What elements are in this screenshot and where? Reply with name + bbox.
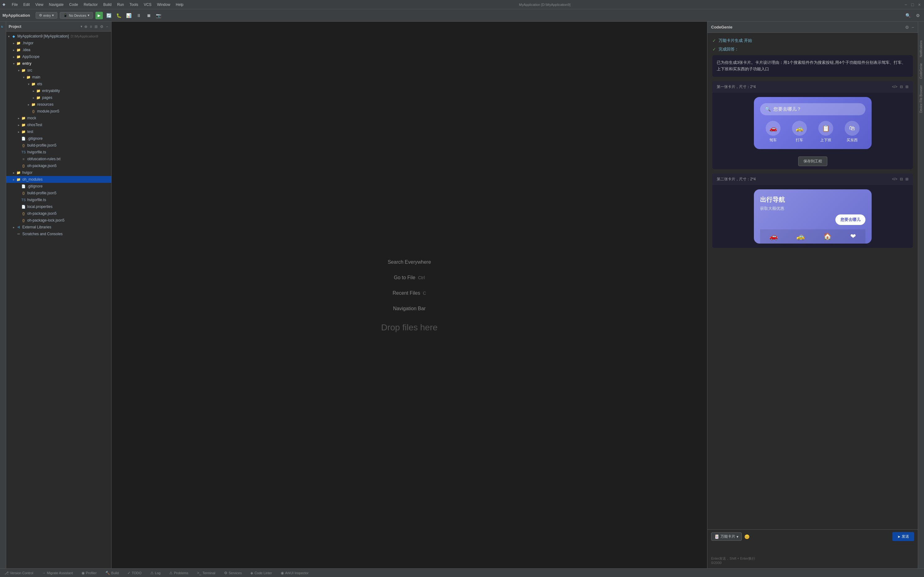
notifications-strip[interactable]: Notifications	[919, 40, 923, 57]
editor-area: Search Everywhere Go to File Ctrl Recent…	[111, 22, 707, 568]
tree-item-hvigorfilets2[interactable]: TShvigorfile.ts	[6, 197, 111, 203]
card-1-expand-icon[interactable]: ⊞	[905, 85, 908, 89]
go-to-file-item[interactable]: Go to File Ctrl	[388, 273, 431, 282]
mode-selector[interactable]: 🃏 万能卡片 ▾	[711, 532, 742, 541]
card-2-code-icon[interactable]: </>	[892, 177, 897, 181]
menu-navigate[interactable]: Navigate	[47, 2, 66, 7]
codegenie-minimize-icon[interactable]: −	[912, 25, 914, 30]
navigation-bar-item[interactable]: Navigation Bar	[387, 304, 432, 313]
tree-item-gitignore2[interactable]: 📄.gitignore	[6, 183, 111, 190]
settings-icon[interactable]: ⚙	[100, 24, 104, 29]
tree-item-hvigor2[interactable]: ▸📁hvigor	[6, 169, 111, 176]
menu-run[interactable]: Run	[115, 2, 126, 7]
tree-item-hvigor[interactable]: ▸📁.hvigor	[6, 40, 111, 47]
tree-item-ets[interactable]: ▾📁ets	[6, 81, 111, 87]
tree-item-ohpackage1[interactable]: {}oh-package.json5	[6, 163, 111, 169]
debug-btn[interactable]: 🐛	[115, 12, 123, 19]
tree-item-pages[interactable]: ▸📁pages	[6, 94, 111, 101]
config-selector[interactable]: ⚙ entry ▾	[35, 12, 57, 19]
status-item-services[interactable]: ⚙Services	[222, 570, 243, 576]
status-item-build[interactable]: 🔨Build	[103, 570, 121, 576]
status-icon: ◉	[82, 571, 85, 575]
status-item-problems[interactable]: ⚠Problems	[167, 570, 190, 576]
tree-item-gitignore1[interactable]: 📄.gitignore	[6, 135, 111, 142]
collapse-icon[interactable]: ≡	[89, 24, 93, 29]
tree-item-hvigorfilets1[interactable]: TShvigorfile.ts	[6, 149, 111, 156]
tree-item-extlibs[interactable]: ▸⫷External Libraries	[6, 224, 111, 230]
tree-item-localproperties[interactable]: 📄local.properties	[6, 203, 111, 210]
menu-window[interactable]: Window	[155, 2, 173, 7]
tree-item-obfuscation[interactable]: ≡obfuscation-rules.txt	[6, 156, 111, 163]
project-strip-icon[interactable]: P	[1, 24, 6, 29]
tree-item-modulejson[interactable]: {}module.json5	[6, 108, 111, 114]
expand-icon[interactable]: ⊞	[94, 24, 98, 29]
menu-edit[interactable]: Edit	[21, 2, 32, 7]
close-btn[interactable]: ×	[917, 2, 922, 7]
status-item-arkui-inspector[interactable]: ◉ArkUI Inspector	[279, 570, 311, 576]
tree-item-ohostest[interactable]: ▸📁ohosTest	[6, 121, 111, 128]
locate-icon[interactable]: ⊕	[84, 24, 88, 29]
tree-item-root[interactable]: ▾◆MyApplication9 [MyApplication]D:\MyApp…	[6, 33, 111, 40]
run-button[interactable]: ▶	[95, 12, 103, 19]
codegenie-strip[interactable]: CodeGenie	[919, 63, 923, 79]
recent-files-item[interactable]: Recent Files C	[386, 288, 432, 298]
menu-tools[interactable]: Tools	[127, 2, 141, 7]
inspect-btn[interactable]: 📷	[155, 12, 163, 19]
menu-vcs[interactable]: VCS	[141, 2, 154, 7]
menu-code[interactable]: Code	[67, 2, 80, 7]
menu-refactor[interactable]: Refactor	[81, 2, 100, 7]
search-everywhere-btn[interactable]: 🔍	[904, 12, 912, 19]
tree-item-ohpackage2[interactable]: {}oh-package.json5	[6, 210, 111, 217]
status-item-terminal[interactable]: >_Terminal	[195, 570, 217, 576]
tree-item-buildprofile2[interactable]: {}build-profile.json5	[6, 190, 111, 197]
menu-build[interactable]: Build	[101, 2, 114, 7]
tree-item-entry[interactable]: ▾📁entry	[6, 60, 111, 67]
minimize-btn[interactable]: −	[903, 2, 908, 7]
no-devices-selector[interactable]: 📱 No Devices ▾	[60, 12, 93, 19]
menu-file[interactable]: File	[9, 2, 20, 7]
maximize-btn[interactable]: □	[910, 2, 915, 7]
stop-btn[interactable]: ⏹	[145, 12, 153, 19]
menu-view[interactable]: View	[33, 2, 46, 7]
tree-item-src[interactable]: ▾📁src	[6, 67, 111, 74]
card-2-copy-icon[interactable]: ⊟	[900, 177, 903, 181]
tree-item-appscope[interactable]: ▸📁AppScope	[6, 53, 111, 60]
card-1-copy-icon[interactable]: ⊟	[900, 85, 903, 89]
tree-item-resources[interactable]: ▸📁resources	[6, 101, 111, 108]
search-everywhere-item[interactable]: Search Everywhere	[382, 258, 437, 267]
codegenie-settings-icon[interactable]: ⚙	[905, 25, 909, 30]
save-to-project-btn-1[interactable]: 保存到工程	[798, 156, 827, 166]
minimize-icon[interactable]: −	[105, 24, 109, 29]
status-item-version-control[interactable]: ⎇Version Control	[2, 570, 35, 576]
tree-item-idea[interactable]: ▸📁.idea	[6, 47, 111, 53]
project-dropdown[interactable]: ▾	[80, 24, 82, 29]
settings-btn[interactable]: ⚙	[914, 12, 922, 19]
profile-btn[interactable]: 📊	[125, 12, 133, 19]
tree-item-mock[interactable]: ▸📁mock	[6, 114, 111, 121]
send-button[interactable]: ➤ 发送	[892, 532, 914, 541]
status-item-log[interactable]: ⚠Log	[148, 570, 163, 576]
tree-item-main[interactable]: ▾📁main	[6, 74, 111, 81]
sync-btn[interactable]: 🔄	[105, 12, 113, 19]
status-item-profiler[interactable]: ◉Profiler	[80, 570, 98, 576]
tree-item-test[interactable]: ▸📁test	[6, 128, 111, 135]
panel-header-icons: ⊕ ≡ ⊞ ⚙ −	[84, 24, 109, 29]
status-item-todo[interactable]: ✓TODO	[126, 570, 143, 576]
status-icon: ⎇	[4, 571, 9, 575]
tree-item-scratches[interactable]: ✏Scratches and Consoles	[6, 230, 111, 237]
card-2-expand-icon[interactable]: ⊞	[905, 177, 908, 181]
emoji-icon[interactable]: 😊	[744, 534, 750, 539]
tree-item-ohmodules[interactable]: ▸📁oh_modules	[6, 176, 111, 183]
codegenie-input[interactable]	[711, 543, 914, 555]
status-item-code-linter[interactable]: ◈Code Linter	[248, 570, 274, 576]
menu-help[interactable]: Help	[173, 2, 186, 7]
card-1-code-icon[interactable]: </>	[892, 85, 897, 89]
device-browser-strip[interactable]: Device File Browser	[919, 85, 923, 113]
tree-item-entryability[interactable]: ▸📁entryability	[6, 87, 111, 94]
status-item-migrate-assistant[interactable]: →Migrate Assistant	[40, 570, 75, 576]
tree-item-ohpackagelock[interactable]: {}oh-package-lock.json5	[6, 217, 111, 224]
coverage-btn[interactable]: ⏸	[135, 12, 143, 19]
tree-label-gitignore1: .gitignore	[27, 136, 42, 141]
tree-item-buildprofile1[interactable]: {}build-profile.json5	[6, 142, 111, 149]
card2-action-btn[interactable]: 您要去哪儿	[835, 214, 865, 225]
